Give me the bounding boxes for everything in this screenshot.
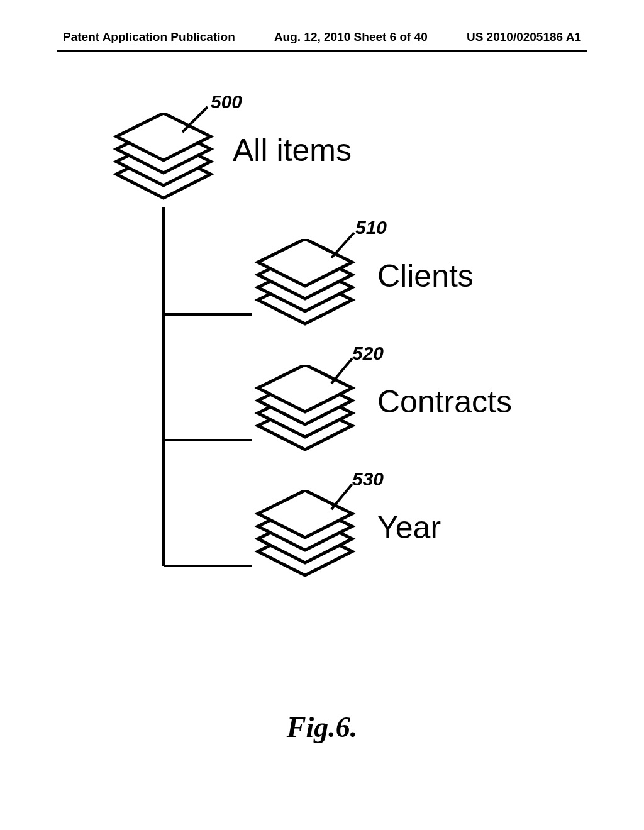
ref-530: 530 — [352, 468, 384, 490]
diagram-fig6: 500 All items 510 Clients 520 — [88, 107, 553, 673]
ref-500: 500 — [211, 91, 242, 113]
stack-icon — [107, 113, 220, 208]
label-year: Year — [377, 509, 441, 546]
label-all-items: All items — [233, 132, 352, 169]
node-year: 530 Year — [248, 490, 362, 587]
header-left: Patent Application Publication — [63, 30, 235, 44]
label-contracts: Contracts — [377, 384, 512, 420]
header-right: US 2010/0205186 A1 — [467, 30, 581, 44]
stack-icon — [248, 365, 362, 459]
node-all-items: 500 All items — [107, 113, 220, 210]
node-contracts: 520 Contracts — [248, 365, 362, 462]
ref-510: 510 — [355, 217, 387, 238]
stack-icon — [248, 239, 362, 333]
stack-icon — [248, 490, 362, 585]
header-center: Aug. 12, 2010 Sheet 6 of 40 — [274, 30, 428, 44]
node-clients: 510 Clients — [248, 239, 362, 336]
header-rule — [57, 50, 587, 52]
label-clients: Clients — [377, 258, 474, 294]
ref-520: 520 — [352, 343, 384, 364]
figure-caption: Fig.6. — [0, 711, 644, 744]
patent-header: Patent Application Publication Aug. 12, … — [0, 30, 644, 44]
